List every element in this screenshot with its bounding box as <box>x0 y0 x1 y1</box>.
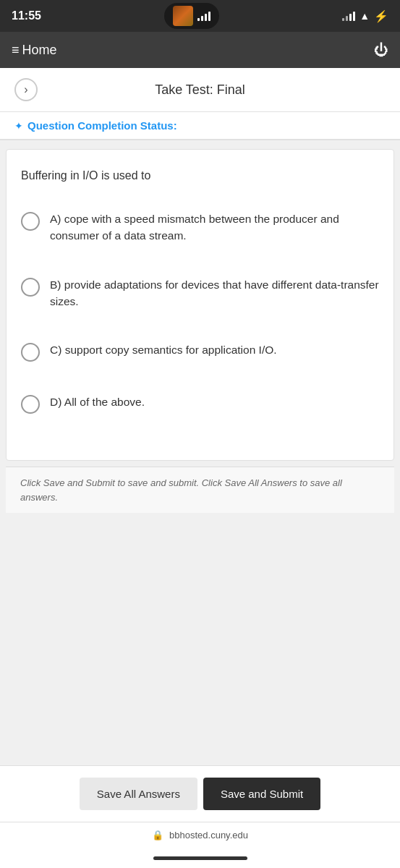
action-buttons: Save All Answers Save and Submit <box>0 765 400 822</box>
option-b[interactable]: B) provide adaptations for devices that … <box>21 273 379 313</box>
option-b-text: B) provide adaptations for devices that … <box>50 276 379 310</box>
completion-arrow-icon: ✦ <box>14 120 23 132</box>
completion-status-label: Question Completion Status: <box>27 119 177 132</box>
save-all-answers-button[interactable]: Save All Answers <box>80 778 197 810</box>
signal-bars-icon <box>197 11 210 21</box>
battery-icon: ⚡ <box>374 9 388 23</box>
bottom-bar: 🔒 bbhosted.cuny.edu <box>0 822 400 848</box>
status-time: 11:55 <box>12 9 41 22</box>
option-a-text: A) cope with a speed mismatch between th… <box>50 210 379 244</box>
option-d-text: D) All of the above. <box>50 393 145 410</box>
bottom-url: bbhosted.cuny.edu <box>169 830 248 841</box>
status-thumbnail <box>173 6 193 26</box>
status-bar: 11:55 ▲ ⚡ <box>0 0 400 32</box>
home-menu-icon: ≡ <box>12 43 20 58</box>
status-icons: ▲ ⚡ <box>342 9 388 23</box>
option-c-text: C) support copy semantics for applicatio… <box>50 341 277 358</box>
nav-bar: ≡ Home ⏻ <box>0 32 400 68</box>
chevron-right-icon: › <box>24 83 27 96</box>
radio-d[interactable] <box>21 395 40 414</box>
home-nav-label: Home <box>22 43 57 58</box>
status-center <box>164 3 219 29</box>
lock-icon: 🔒 <box>152 830 163 841</box>
completion-status-bar[interactable]: ✦ Question Completion Status: <box>0 112 400 140</box>
question-text: Buffering in I/O is used to <box>21 167 379 184</box>
home-nav[interactable]: ≡ Home <box>12 43 57 58</box>
radio-a[interactable] <box>21 212 40 231</box>
option-c[interactable]: C) support copy semantics for applicatio… <box>21 339 379 365</box>
page-title: Take Test: Final <box>49 82 351 98</box>
wifi-icon: ▲ <box>359 10 370 22</box>
back-button[interactable]: › <box>14 78 38 101</box>
radio-c[interactable] <box>21 343 40 362</box>
home-indicator-bar <box>153 856 247 860</box>
footer-instruction: Click Save and Submit to save and submit… <box>6 467 394 513</box>
question-card: Buffering in I/O is used to A) cope with… <box>6 149 394 461</box>
power-button[interactable]: ⏻ <box>374 42 388 59</box>
home-indicator <box>0 848 400 868</box>
main-content: Buffering in I/O is used to A) cope with… <box>0 140 400 765</box>
cell-signal-icon <box>342 11 355 21</box>
option-a[interactable]: A) cope with a speed mismatch between th… <box>21 208 379 247</box>
radio-b[interactable] <box>21 278 40 297</box>
footer-instruction-text: Click Save and Submit to save and submit… <box>20 477 342 503</box>
save-and-submit-button[interactable]: Save and Submit <box>203 778 320 810</box>
option-d[interactable]: D) All of the above. <box>21 391 379 417</box>
page-header: › Take Test: Final <box>0 68 400 112</box>
